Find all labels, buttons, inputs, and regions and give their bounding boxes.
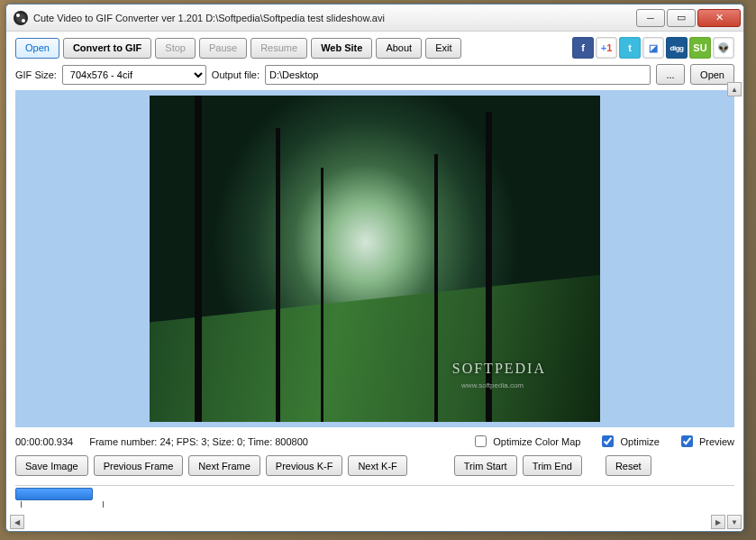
reddit-icon[interactable]: 👽 (713, 37, 734, 59)
frame-info: Frame number: 24; FPS: 3; Size: 0; Time:… (89, 436, 308, 447)
gif-size-label: GIF Size: (15, 69, 57, 80)
maximize-button[interactable]: ▭ (667, 9, 696, 27)
content-area: Open Convert to GIF Stop Pause Resume We… (6, 32, 743, 531)
save-image-button[interactable]: Save Image (15, 455, 88, 476)
stop-button[interactable]: Stop (155, 38, 196, 59)
app-icon (14, 11, 28, 25)
website-button[interactable]: Web Site (311, 38, 372, 59)
app-window: Cute Video to GIF Converter ver 1.201 D:… (5, 4, 744, 532)
scroll-up-icon[interactable]: ▲ (727, 82, 742, 96)
main-toolbar: Open Convert to GIF Stop Pause Resume We… (6, 32, 743, 62)
status-row: 00:00:00.934 Frame number: 24; FPS: 3; S… (6, 427, 743, 453)
titlebar: Cute Video to GIF Converter ver 1.201 D:… (6, 5, 743, 32)
social-icons: f +1 t ◪ digg SU 👽 (572, 37, 734, 59)
preview-checkbox[interactable]: Preview (678, 433, 734, 450)
optimize-colormap-checkbox[interactable]: Optimize Color Map (471, 433, 580, 450)
about-button[interactable]: About (376, 38, 422, 59)
window-title: Cute Video to GIF Converter ver 1.201 D:… (33, 13, 636, 23)
frame-controls: Save Image Previous Frame Next Frame Pre… (6, 453, 743, 481)
scroll-left-icon[interactable]: ◀ (10, 515, 24, 529)
delicious-icon[interactable]: ◪ (642, 37, 664, 59)
timeline-slider[interactable] (6, 481, 743, 512)
slider-thumb[interactable] (15, 488, 93, 500)
convert-button[interactable]: Convert to GIF (63, 38, 151, 59)
scroll-down-icon[interactable]: ▼ (727, 515, 742, 529)
previous-keyframe-button[interactable]: Previous K-F (266, 455, 343, 476)
minimize-button[interactable]: ─ (636, 9, 665, 27)
reset-button[interactable]: Reset (606, 455, 651, 476)
stumbleupon-icon[interactable]: SU (689, 37, 711, 59)
watermark-url: www.softpedia.com (461, 381, 524, 389)
previous-frame-button[interactable]: Previous Frame (94, 455, 184, 476)
trim-start-button[interactable]: Trim Start (454, 455, 517, 476)
preview-area: SOFTPEDIA www.softpedia.com (15, 90, 734, 427)
watermark-text: SOFTPEDIA (452, 361, 546, 377)
optimize-checkbox[interactable]: Optimize (598, 433, 659, 450)
pause-button[interactable]: Pause (199, 38, 247, 59)
next-frame-button[interactable]: Next Frame (188, 455, 260, 476)
digg-icon[interactable]: digg (666, 37, 688, 59)
scroll-right-icon[interactable]: ▶ (711, 515, 725, 529)
open-button[interactable]: Open (15, 38, 59, 59)
facebook-icon[interactable]: f (572, 37, 594, 59)
options-row: GIF Size: 704x576 - 4cif Output file: ..… (6, 62, 743, 90)
output-file-label: Output file: (212, 69, 260, 80)
trim-end-button[interactable]: Trim End (523, 455, 582, 476)
output-file-input[interactable] (265, 65, 651, 85)
gif-size-select[interactable]: 704x576 - 4cif (62, 65, 206, 85)
close-button[interactable]: ✕ (697, 9, 741, 27)
resume-button[interactable]: Resume (250, 38, 307, 59)
video-frame: SOFTPEDIA www.softpedia.com (150, 96, 600, 422)
exit-button[interactable]: Exit (425, 38, 461, 59)
twitter-icon[interactable]: t (619, 37, 641, 59)
window-controls: ─ ▭ ✕ (636, 9, 741, 27)
next-keyframe-button[interactable]: Next K-F (348, 455, 406, 476)
browse-button[interactable]: ... (656, 64, 685, 85)
google-icon[interactable]: +1 (596, 37, 617, 59)
timecode: 00:00:00.934 (15, 436, 73, 447)
